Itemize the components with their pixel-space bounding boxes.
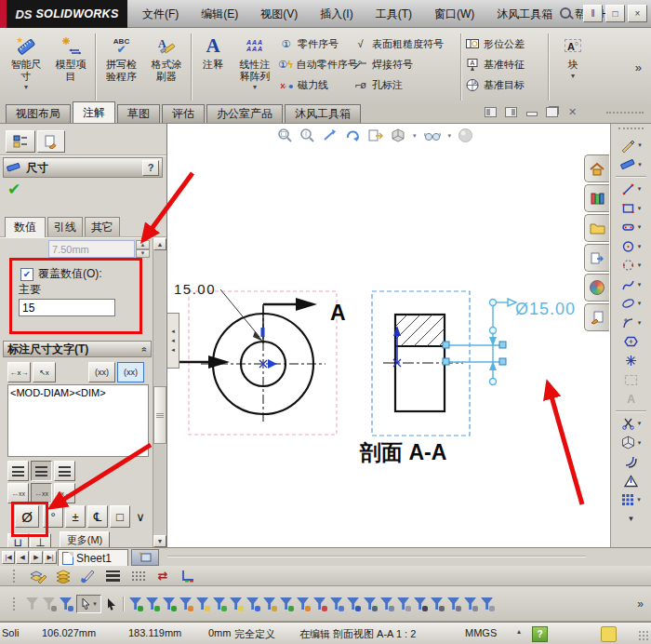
menu-mufeng-toolbox[interactable]: 沐风工具箱 [494,5,555,24]
tab-evaluate[interactable]: 评估 [162,104,205,123]
chevron-down-icon[interactable]: ▾ [24,83,28,91]
line-style-icon[interactable] [128,568,147,584]
line-thickness-icon[interactable] [103,568,122,584]
pan-icon[interactable] [322,127,338,143]
chevron-down-icon[interactable]: ▾ [638,420,642,427]
prev-sheet-button[interactable]: ◀ [16,551,29,564]
more-symbols-button[interactable]: 更多(M) [60,531,110,547]
chevron-down-icon[interactable]: ▾ [638,281,642,288]
auto-balloon-button[interactable]: ①ϟ 自动零件序号 [278,56,352,73]
toolbar-grip[interactable] [13,597,18,610]
override-checkbox[interactable]: ✔ [20,268,33,281]
toolbar-grip[interactable] [13,570,18,583]
menu-insert[interactable]: 插入(I) [317,5,355,24]
restore-document-button[interactable] [546,107,558,117]
select-cursor-button[interactable]: ▾ [76,595,101,613]
perpendicular-symbol-button[interactable]: ⊥ [30,533,51,547]
filter-notes-icon[interactable] [397,597,409,610]
drawing-sheet[interactable]: A 15.00 [167,124,610,547]
sheet-tab[interactable]: Sheet1 [58,549,128,566]
menu-tools[interactable]: 工具(T) [373,5,415,24]
filter-faces-icon[interactable] [163,597,175,610]
value-spinner[interactable]: ▲▼ [136,240,150,258]
custom-properties-tab[interactable] [584,303,609,331]
dimension-text-section-header[interactable]: 标注尺寸文字(T) » [3,341,152,357]
filter-center-marks-icon[interactable] [313,597,326,610]
status-units[interactable]: MMGS [465,627,497,638]
filter-surface-bodies-icon[interactable] [179,597,192,610]
chevron-down-icon[interactable]: ▾ [638,205,642,212]
tab-annotation[interactable]: 注解 [73,101,115,123]
filter-sketches-icon[interactable] [263,597,275,610]
point-tool-button[interactable] [611,352,651,371]
chevron-down-icon[interactable]: ▾ [638,319,642,327]
filter-blocks-icon[interactable] [481,597,493,610]
filter-surface-finish-icon[interactable] [364,597,376,610]
toolbar-overflow-button[interactable]: » [637,597,644,610]
minimize-document-button[interactable] [525,107,538,117]
filter-solid-bodies-icon[interactable] [196,597,208,610]
linear-note-pattern-button[interactable]: AAAAAA 线性注释阵列 ▾ [232,30,278,104]
justify-top-button[interactable]: ↔xx [7,483,29,503]
rotate-view-icon[interactable] [344,127,361,143]
spell-checker-button[interactable]: ABC✔ 拼写检验程序 [99,30,144,104]
layers-icon[interactable] [53,568,72,584]
chevron-down-icon[interactable]: ▾ [448,132,452,140]
close-button[interactable]: × [628,5,647,22]
units-dropdown-icon[interactable]: ▴ [517,627,521,636]
chevron-down-icon[interactable]: ▾ [638,223,642,231]
filter-planes-icon[interactable] [230,597,242,610]
tab-other[interactable]: 其它 [85,217,120,236]
section-view-label[interactable]: 剖面 A-A [359,440,446,464]
display-style-icon[interactable] [391,127,406,143]
tab-view-layout[interactable]: 视图布局 [6,104,71,123]
dim-text-horizontal-button[interactable]: ←x→ [7,362,31,382]
cup-symbol-button[interactable]: ⊔ [7,533,29,547]
resize-grip[interactable] [638,630,649,641]
zoom-fit-icon[interactable] [277,127,293,143]
filter-sketch-segments-icon[interactable] [280,597,292,610]
centerline-symbol-button[interactable]: ℄ [87,505,108,528]
selected-dimension-label[interactable]: Ø15.00 [515,300,576,318]
filter-weld-symbols-icon[interactable] [431,597,443,610]
tab-value[interactable]: 数值 [5,217,46,237]
clear-filters-icon[interactable] [43,597,55,610]
filter-datum-targets-icon[interactable] [464,597,476,610]
offset-entities-button[interactable] [611,452,651,472]
property-manager-tab[interactable] [37,130,65,153]
appearance-icon[interactable] [458,127,473,143]
circle-tool-button[interactable]: ▾ [611,237,651,257]
toolbar-grip[interactable] [618,127,644,133]
diameter-dimension-label[interactable]: 15.00 [174,281,216,297]
surface-finish-button[interactable]: √ 表面粗糙度符号 [352,35,458,52]
scrollbar-thumb[interactable] [153,386,166,444]
tab-mufeng-toolbox[interactable]: 沐风工具箱 [285,104,361,123]
tab-office-products[interactable]: 办公室产品 [206,104,283,123]
tolerance-value-field[interactable] [48,240,135,258]
note-button[interactable]: A 注释 [194,30,232,104]
chevron-down-icon[interactable]: ▾ [93,600,97,608]
tab-leaders[interactable]: 引线 [47,217,83,236]
help-button[interactable]: ? [142,160,159,176]
view-settings-icon[interactable] [367,127,384,143]
menu-file[interactable]: 文件(F) [140,5,181,24]
pane-right-icon[interactable] [505,107,517,117]
sketch-button[interactable]: ▾ [611,136,651,155]
layer-properties-icon[interactable] [28,568,46,584]
menu-window[interactable]: 窗口(W) [432,5,477,24]
magnetic-line-button[interactable]: 磁力线 [278,76,352,93]
chevron-down-icon[interactable]: ▾ [638,141,642,149]
appearances-tab[interactable] [584,274,609,302]
feature-manager-tab[interactable] [6,130,35,153]
scroll-up-button[interactable]: ▲ [153,238,166,250]
parentheses-selected-button[interactable]: (xx) [117,362,144,382]
dimension-text-area[interactable]: <MOD-DIAM><DIM> [7,384,149,457]
smart-dimension-button[interactable]: 智能尺寸 ▾ [4,30,48,104]
quick-tips-help-button[interactable]: ? [532,626,548,642]
filter-sketch-points-icon[interactable] [246,597,259,610]
toolbar-grip[interactable] [606,112,644,114]
ok-check-button[interactable]: ✔ [7,180,20,199]
select-plus-cursor-icon[interactable] [106,597,118,610]
filter-edges-icon[interactable] [146,597,158,610]
last-sheet-button[interactable]: ▶| [44,551,57,564]
